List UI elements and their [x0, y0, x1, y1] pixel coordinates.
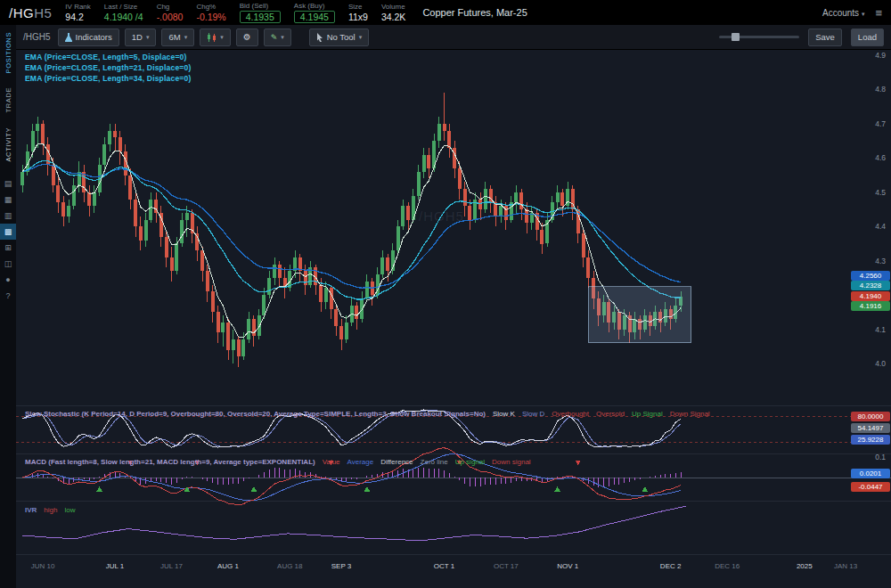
- sidebar-tab-trade[interactable]: TRADE: [4, 80, 12, 119]
- sidebar-tab-activity[interactable]: ACTIVITY: [4, 120, 12, 169]
- price-axis-badge: 4.1916: [851, 301, 890, 311]
- load-button[interactable]: Load: [851, 29, 884, 46]
- zoom-slider[interactable]: [719, 36, 799, 38]
- zoom-slider-handle[interactable]: [732, 33, 740, 41]
- quote-field-label: Ask (Buy): [294, 2, 335, 10]
- chevron-down-icon: ▾: [281, 34, 284, 41]
- price-axis-tick: 4.4: [857, 222, 886, 231]
- time-axis-tick: AUG 18: [277, 562, 302, 570]
- chevron-down-icon: ▾: [220, 34, 224, 41]
- users-icon[interactable]: ◫: [0, 256, 16, 272]
- quote-field-value: 11x9: [348, 12, 368, 22]
- quote-field-label: Chg%: [196, 3, 225, 11]
- orders-icon[interactable]: ▥: [0, 208, 16, 224]
- stoch-panel-label-title[interactable]: Slow Stochastic (K Period=14, D Period=9…: [25, 410, 486, 418]
- price-axis-tick: 4.3: [857, 257, 886, 265]
- contract-description: Copper Futures, Mar-25: [422, 7, 527, 18]
- macd-panel-label-legend-item: Difference: [380, 458, 413, 466]
- price-axis-badge: 4.1940: [851, 291, 890, 301]
- macd-axis-tick: 0.1: [857, 453, 886, 461]
- quote-field: Chg-.0080: [157, 3, 184, 21]
- chart-area[interactable]: /HGH5 EMA (Price=CLOSE, Length=5, Displa…: [16, 50, 891, 588]
- stoch-axis-badge: 80.0000: [851, 412, 890, 421]
- stoch-panel-label-legend-item: Down Signal: [670, 410, 710, 418]
- candlestick-icon: [207, 33, 217, 42]
- watchlist-icon[interactable]: ▤: [0, 176, 16, 192]
- save-button[interactable]: Save: [808, 29, 842, 46]
- quote-field-label: Chg: [157, 3, 184, 11]
- trading-platform-window: /HGH5 IV Rank94.2Last / Size4.1940 /4Chg…: [0, 0, 891, 588]
- ivr-panel-label: IVRhighlow: [25, 506, 75, 514]
- quote-field: Size11x9: [348, 3, 368, 21]
- symbol-title: /HGH5: [9, 5, 52, 20]
- price-axis-tick: 4.7: [857, 119, 886, 128]
- quote-field-value: -0.19%: [196, 12, 225, 22]
- chevron-down-icon: ▾: [862, 11, 865, 17]
- price-axis-tick: 4.0: [857, 359, 886, 368]
- price-axis-tick: 4.6: [857, 153, 886, 162]
- candlestick-chart[interactable]: [16, 50, 891, 588]
- sidebar-tab-positions[interactable]: POSITIONS: [4, 25, 12, 80]
- price-axis-tick: 4.9: [857, 51, 886, 60]
- chart-toolbar: /HGH5 Indicators 1D▾ 6M▾ ▾ ⚙ ✎▾ No Tool▾…: [16, 25, 891, 50]
- quote-field: Last / Size4.1940 /4: [104, 3, 143, 21]
- time-axis-tick: OCT 1: [434, 562, 454, 570]
- left-sidebar: POSITIONSTRADEACTIVITY ▤▦▥▩⊞◫●?: [0, 25, 17, 588]
- pencil-icon: ✎: [271, 33, 278, 42]
- macd-panel-label-legend-item: Up signal: [455, 458, 485, 466]
- ema-study-label[interactable]: EMA (Price=CLOSE, Length=21, Displace=0): [25, 63, 191, 72]
- drawing-style-dropdown[interactable]: ✎▾: [264, 29, 291, 46]
- macd-axis-badge: -0.0447: [851, 482, 890, 492]
- grid-icon[interactable]: ⊞: [0, 240, 16, 256]
- time-axis-tick: SEP 3: [331, 562, 352, 570]
- stoch-panel-label-legend-item: Slow K: [493, 410, 515, 418]
- quote-field-label: Last / Size: [104, 3, 143, 11]
- quote-field-value: 4.1945: [294, 11, 335, 23]
- price-axis-tick: 4.5: [857, 188, 886, 197]
- stoch-axis-badge: 25.9228: [851, 435, 890, 445]
- quote-fields: IV Rank94.2Last / Size4.1940 /4Chg-.0080…: [65, 2, 405, 22]
- menu-icon[interactable]: ≡: [875, 6, 882, 20]
- chart-settings-button[interactable]: ⚙: [236, 29, 258, 46]
- drawing-tool-dropdown[interactable]: No Tool▾: [309, 29, 370, 46]
- gear-icon: ⚙: [243, 32, 251, 42]
- chevron-down-icon: ▾: [184, 34, 188, 41]
- quote-field-value: -.0080: [157, 12, 184, 22]
- ema-study-label[interactable]: EMA (Price=CLOSE, Length=5, Displace=0): [25, 53, 191, 61]
- chart-type-dropdown[interactable]: ▾: [200, 29, 231, 46]
- chevron-down-icon: ▾: [146, 34, 150, 41]
- time-axis-tick: JUN 10: [31, 562, 55, 570]
- price-axis-badge: 4.2328: [851, 281, 890, 290]
- accounts-dropdown[interactable]: Accounts ▾: [822, 8, 864, 18]
- quote-field: Bid (Sell)4.1935: [240, 2, 281, 22]
- time-axis-tick: AUG 1: [217, 562, 239, 570]
- stoch-panel-label: Slow Stochastic (K Period=14, D Period=9…: [25, 410, 710, 418]
- chat-icon[interactable]: ●: [0, 272, 16, 288]
- macd-panel-label-title[interactable]: MACD (Fast length=8, Slow length=21, MAC…: [25, 458, 315, 466]
- time-axis-tick: NOV 1: [557, 562, 578, 570]
- macd-panel-label-legend-item: Down signal: [492, 458, 531, 466]
- ivr-panel-label-legend-item: low: [64, 506, 75, 514]
- range-dropdown[interactable]: 6M▾: [161, 29, 194, 46]
- time-axis-tick: JUL 1: [106, 562, 125, 570]
- quote-field-label: Bid (Sell): [240, 2, 281, 10]
- time-axis-tick: JUL 17: [160, 562, 183, 570]
- help-icon[interactable]: ?: [0, 288, 16, 304]
- toolbar-symbol-label: /HGH5: [23, 32, 51, 42]
- ema-study-label[interactable]: EMA (Price=CLOSE, Length=34, Displace=0): [25, 74, 191, 83]
- quote-field-value: 4.1940 /4: [104, 12, 143, 22]
- calendar-icon[interactable]: ▦: [0, 192, 16, 208]
- indicators-button[interactable]: Indicators: [58, 29, 119, 46]
- chart-watermark: /HGH5: [419, 208, 464, 224]
- time-axis-tick: OCT 17: [494, 562, 519, 570]
- stoch-panel-label-legend-item: Oversold: [596, 410, 625, 418]
- time-axis-tick: DEC 16: [715, 562, 740, 570]
- chart-icon[interactable]: ▩: [0, 224, 16, 240]
- quote-header: /HGH5 IV Rank94.2Last / Size4.1940 /4Chg…: [0, 0, 891, 25]
- price-axis-tick: 4.8: [857, 85, 886, 94]
- cursor-icon: [316, 33, 323, 42]
- ivr-panel-label-title[interactable]: IVR: [25, 506, 37, 514]
- quote-field: IV Rank94.2: [65, 3, 90, 21]
- timeframe-dropdown[interactable]: 1D▾: [125, 29, 157, 46]
- stoch-panel-label-legend-item: Overbought: [552, 410, 589, 418]
